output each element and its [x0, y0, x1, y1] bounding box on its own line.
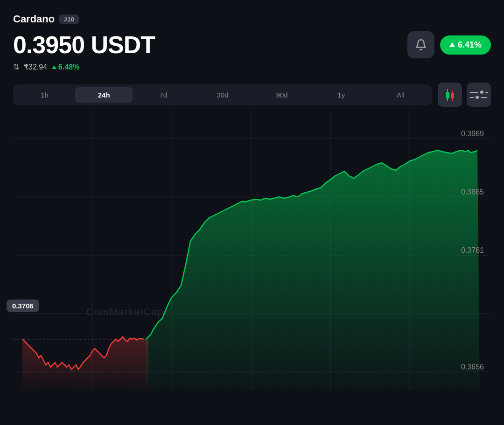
tab-30d[interactable]: 30d — [194, 87, 251, 103]
tab-7d[interactable]: 7d — [134, 87, 192, 103]
inr-price: ₹32.94 — [24, 63, 47, 71]
sliders-icon — [470, 91, 488, 99]
svg-marker-11 — [22, 337, 148, 390]
svg-text:0.3969: 0.3969 — [461, 130, 484, 138]
arrow-up-icon — [449, 42, 455, 47]
price-tooltip: 0.3706 — [7, 300, 39, 312]
svg-marker-12 — [146, 150, 480, 390]
change-percent: 6.41% — [458, 40, 482, 50]
svg-text:0.3761: 0.3761 — [461, 246, 484, 254]
candlestick-icon — [446, 89, 454, 101]
chart-area: 0.3969 0.3865 0.3761 0.3656 0.3706 CoinM… — [0, 111, 504, 395]
price-actions: 6.41% — [407, 31, 491, 58]
bell-icon — [415, 39, 427, 51]
sub-change-percent: 6.48% — [58, 63, 79, 71]
tab-24h[interactable]: 24h — [75, 87, 133, 103]
filter-button[interactable] — [467, 83, 491, 107]
sub-price-row: ⇅ ₹32.94 6.48% — [13, 63, 491, 71]
coin-name: Cardano — [13, 13, 55, 25]
svg-text:0.3656: 0.3656 — [461, 363, 484, 371]
bell-button[interactable] — [407, 31, 434, 58]
time-tabs-row: 1h 24h 7d 30d 90d 1y All — [13, 83, 491, 107]
chart-controls — [438, 83, 491, 107]
change-badge: 6.41% — [440, 35, 491, 55]
tabs-group: 1h 24h 7d 30d 90d 1y All — [13, 84, 432, 105]
candlestick-button[interactable] — [438, 83, 462, 107]
green-triangle-icon — [52, 65, 56, 69]
exchange-arrows-icon: ⇅ — [13, 63, 19, 71]
watermark: CoinMarketCap — [86, 306, 164, 318]
tab-all[interactable]: All — [372, 87, 429, 103]
svg-text:0.3865: 0.3865 — [461, 188, 484, 196]
price-value: 0.3950 USDT — [13, 31, 155, 59]
tab-1y[interactable]: 1y — [313, 87, 370, 103]
rank-badge: #10 — [59, 14, 79, 24]
price-chart: 0.3969 0.3865 0.3761 0.3656 — [13, 111, 491, 395]
tab-90d[interactable]: 90d — [253, 87, 311, 103]
tab-1h[interactable]: 1h — [16, 87, 73, 103]
sub-change-green: 6.48% — [52, 63, 79, 71]
